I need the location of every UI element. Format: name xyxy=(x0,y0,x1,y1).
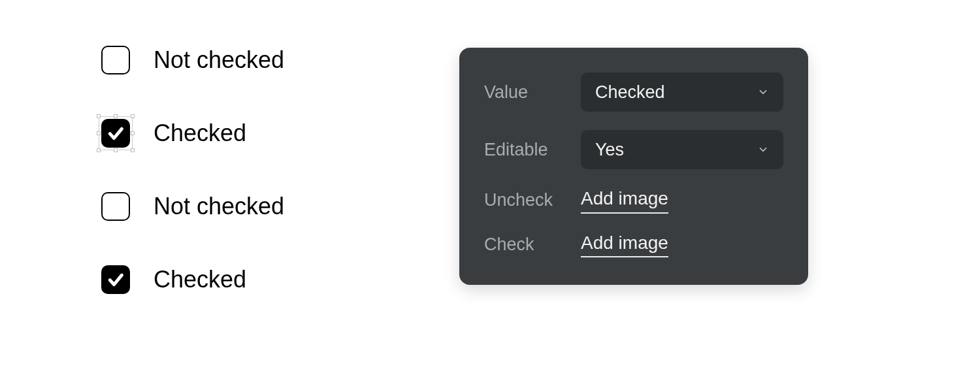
property-label: Editable xyxy=(484,140,568,160)
check-icon xyxy=(106,123,125,143)
checkbox-label: Checked xyxy=(154,266,246,293)
checkbox-label: Not checked xyxy=(154,46,284,74)
checkbox-label: Checked xyxy=(154,120,246,147)
property-row-value: Value Checked xyxy=(484,73,783,112)
checkbox-row: Not checked xyxy=(101,46,284,74)
chevron-down-icon xyxy=(757,144,769,155)
add-image-link-uncheck[interactable]: Add image xyxy=(581,188,668,214)
properties-panel: Value Checked Editable Yes Uncheck Add i… xyxy=(459,48,808,285)
value-dropdown[interactable]: Checked xyxy=(581,73,783,112)
checkbox-label: Not checked xyxy=(154,193,284,220)
checkbox-row: Not checked xyxy=(101,192,284,221)
checkbox-unchecked[interactable] xyxy=(101,46,130,74)
editable-dropdown[interactable]: Yes xyxy=(581,130,783,169)
dropdown-value: Checked xyxy=(595,82,665,103)
chevron-down-icon xyxy=(757,86,769,98)
property-label: Value xyxy=(484,82,568,103)
dropdown-value: Yes xyxy=(595,140,624,160)
checkbox-checked[interactable] xyxy=(101,265,130,294)
property-row-uncheck: Uncheck Add image xyxy=(484,188,783,214)
checkbox-checked[interactable] xyxy=(101,119,130,148)
checkbox-selected-frame[interactable] xyxy=(101,119,130,148)
checkbox-row: Checked xyxy=(101,119,284,148)
check-icon xyxy=(106,270,125,289)
property-row-editable: Editable Yes xyxy=(484,130,783,169)
checkbox-row: Checked xyxy=(101,265,284,294)
add-image-link-check[interactable]: Add image xyxy=(581,232,668,258)
property-label: Uncheck xyxy=(484,190,568,210)
checkbox-list: Not checked Checked Not checked Checked xyxy=(101,46,284,294)
property-label: Check xyxy=(484,235,568,255)
property-row-check: Check Add image xyxy=(484,232,783,258)
checkbox-unchecked[interactable] xyxy=(101,192,130,221)
